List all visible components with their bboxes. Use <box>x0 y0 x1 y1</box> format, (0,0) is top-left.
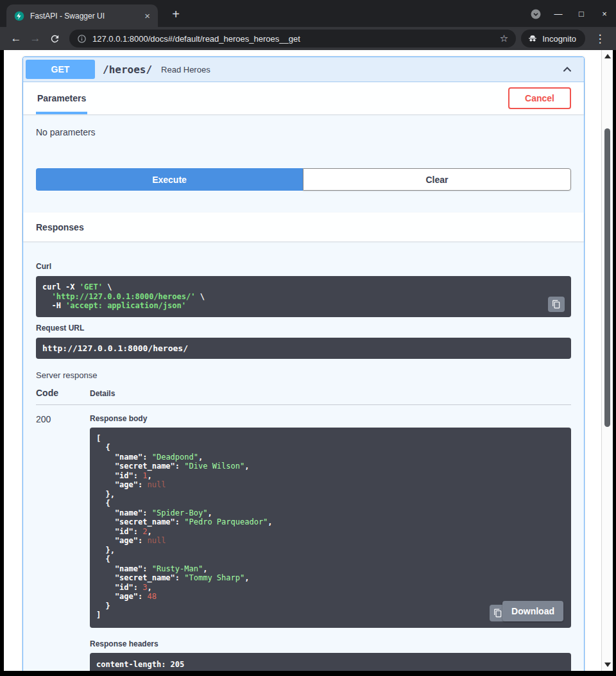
parameters-title: Parameters <box>36 82 87 114</box>
opblock-get-heroes: GET /heroes/ Read Heroes Parameters Canc… <box>22 56 585 671</box>
bookmark-star-icon[interactable]: ☆ <box>500 33 508 44</box>
back-icon[interactable]: ← <box>6 30 26 48</box>
browser-tab[interactable]: FastAPI - Swagger UI × <box>6 4 158 27</box>
opblock-body: Parameters Cancel No parameters Execute … <box>23 82 584 671</box>
status-code: 200 <box>36 414 90 672</box>
no-parameters-text: No parameters <box>23 114 584 168</box>
incognito-icon <box>527 33 538 44</box>
close-button[interactable]: × <box>593 9 616 19</box>
incognito-label: Incognito <box>542 34 576 44</box>
scroll-up-arrow-icon[interactable] <box>604 54 611 58</box>
minimize-button[interactable]: — <box>547 9 570 19</box>
browser-window: FastAPI - Swagger UI × + — □ × ← → 127.0… <box>0 0 616 676</box>
response-table-header: Code Details <box>36 388 571 405</box>
responses-header: Responses <box>23 212 584 241</box>
opblock-summary[interactable]: GET /heroes/ Read Heroes <box>23 57 584 82</box>
method-badge: GET <box>26 60 95 79</box>
fastapi-favicon-icon <box>14 11 24 21</box>
url-text: 127.0.0.1:8000/docs#/default/read_heroes… <box>92 34 500 44</box>
details-column-header: Details <box>90 389 571 398</box>
site-info-icon[interactable] <box>77 34 87 44</box>
maximize-button[interactable]: □ <box>570 9 593 19</box>
response-details-cell: Response body [ { "name": "Deadpond", "s… <box>90 414 571 672</box>
reload-icon[interactable] <box>45 30 64 48</box>
window-controls: — □ × <box>547 0 616 27</box>
response-headers-label: Response headers <box>90 639 571 648</box>
new-tab-button[interactable]: + <box>167 5 185 23</box>
execute-button[interactable]: Execute <box>36 168 303 191</box>
curl-code-block: curl -X 'GET' \ 'http://127.0.0.1:8000/h… <box>36 276 571 317</box>
request-url-label: Request URL <box>36 324 571 333</box>
clear-button[interactable]: Clear <box>303 168 571 191</box>
execute-row: Execute Clear <box>23 168 584 212</box>
cancel-button[interactable]: Cancel <box>508 87 571 109</box>
response-table: Code Details 200 Response body [ { "name… <box>36 388 571 672</box>
browser-toolbar: ← → 127.0.0.1:8000/docs#/default/read_he… <box>0 27 616 50</box>
page-content: GET /heroes/ Read Heroes Parameters Canc… <box>4 50 601 671</box>
menu-icon[interactable]: ⋮ <box>590 30 610 48</box>
request-url-value: http://127.0.0.1:8000/heroes/ <box>36 338 571 359</box>
server-response-label: Server response <box>36 370 571 380</box>
copy-curl-button[interactable] <box>548 297 565 312</box>
response-body-label: Response body <box>90 414 571 423</box>
address-bar[interactable]: 127.0.0.1:8000/docs#/default/read_heroes… <box>69 30 516 48</box>
download-button[interactable]: Download <box>502 601 563 621</box>
scrollbar-thumb[interactable] <box>604 128 610 427</box>
response-headers-block: content-length: 205content-type: applica… <box>90 653 571 672</box>
tab-close-icon[interactable]: × <box>142 10 153 21</box>
responses-title: Responses <box>36 222 84 232</box>
collapse-chevron-icon[interactable] <box>561 63 574 76</box>
endpoint-summary: Read Heroes <box>161 65 210 74</box>
tab-search-icon[interactable] <box>530 8 542 20</box>
curl-label: Curl <box>36 262 571 271</box>
code-column-header: Code <box>36 388 90 398</box>
response-body-block: [ { "name": "Deadpond", "secret_name": "… <box>90 428 571 628</box>
incognito-badge: Incognito <box>521 30 585 48</box>
endpoint-path: /heroes/ <box>103 64 152 76</box>
response-row-200: 200 Response body [ { "name": "Deadpond"… <box>36 405 571 672</box>
page-scrollbar[interactable] <box>601 50 613 671</box>
responses-inner: Curl curl -X 'GET' \ 'http://127.0.0.1:8… <box>23 241 584 671</box>
tab-strip: FastAPI - Swagger UI × + — □ × <box>0 0 616 27</box>
forward-icon[interactable]: → <box>26 30 45 48</box>
tab-title: FastAPI - Swagger UI <box>30 12 142 21</box>
parameters-header: Parameters Cancel <box>23 82 584 114</box>
scroll-down-arrow-icon[interactable] <box>604 663 611 667</box>
